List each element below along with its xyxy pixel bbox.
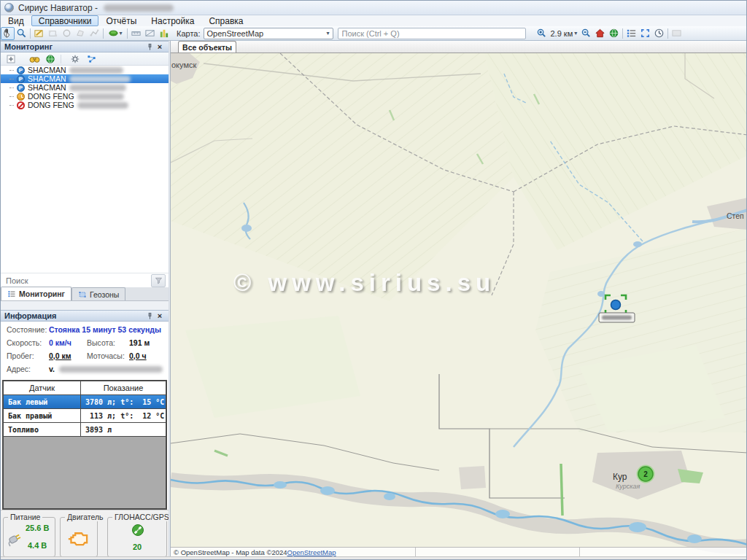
toolbar-separator: [622, 28, 623, 39]
tree-connector: [9, 88, 14, 88]
sensor-row[interactable]: Топливо 3893 л: [4, 423, 166, 437]
menu-settings[interactable]: Настройка: [144, 15, 201, 26]
vehicle-row[interactable]: P SHACMAN: [1, 66, 169, 74]
tree-search-row: [1, 273, 169, 287]
zoom-out-button[interactable]: [579, 27, 593, 40]
objects-button[interactable]: [157, 27, 171, 40]
speed-label: Скорость:: [7, 338, 42, 347]
tab-monitoring-label: Мониторинг: [19, 289, 65, 298]
globe-icon: [608, 28, 619, 39]
whole-map-button[interactable]: [607, 27, 621, 40]
state-value: Стоянка 15 минут 53 секунды: [49, 325, 161, 334]
scale-value: 2.9 км: [551, 29, 573, 38]
layers-dropdown-button[interactable]: ▾: [105, 27, 125, 40]
map-attribution: © OpenStreetMap - Map data ©2024 OpenStr…: [171, 547, 747, 556]
info-panel-title: Информация: [4, 311, 56, 320]
zoom-tool-button[interactable]: [15, 27, 28, 40]
monitoring-panel-header: Мониторинг ×: [1, 41, 169, 52]
vehicle-row[interactable]: DONG FENG: [1, 101, 169, 109]
map-tab-all-objects[interactable]: Все объекты: [178, 41, 236, 52]
home-view-button[interactable]: [593, 27, 607, 40]
expand-all-button[interactable]: [5, 53, 17, 64]
attribution-link[interactable]: OpenStreetMap: [287, 548, 336, 556]
list-icon: [7, 289, 16, 298]
fit-objects-button[interactable]: [638, 27, 652, 40]
tab-monitoring[interactable]: Мониторинг: [1, 287, 71, 300]
tree-search-input[interactable]: [1, 274, 151, 287]
measure-area-button[interactable]: [143, 27, 157, 40]
tracks-button[interactable]: [85, 53, 97, 64]
tree-connector: [9, 79, 14, 79]
minimap-button[interactable]: [670, 27, 684, 40]
map-provider-select[interactable]: OpenStreetMap ▾: [204, 28, 333, 39]
cluster-marker[interactable]: 2: [637, 465, 655, 483]
geozone-icon: [78, 290, 87, 299]
vehicle-row[interactable]: P SHACMAN: [1, 83, 169, 92]
menu-reports[interactable]: Отчёты: [98, 15, 144, 26]
polyline-tool-button[interactable]: [88, 27, 101, 40]
edit-map-button[interactable]: [32, 27, 46, 40]
measure-distance-button[interactable]: [129, 27, 143, 40]
menu-view[interactable]: Вид: [1, 15, 31, 26]
layers-icon: [108, 28, 119, 39]
legend-button[interactable]: [624, 27, 638, 40]
vehicle-row[interactable]: DONG FENG: [1, 92, 169, 101]
menu-directories[interactable]: Справочники: [31, 15, 99, 26]
map-viewport[interactable]: окумск Степ Кур Курская © www.sirius.su …: [171, 53, 747, 556]
find-object-button[interactable]: [28, 53, 40, 64]
mileage-label: Пробег:: [7, 351, 34, 360]
status-parking-icon: P: [17, 66, 25, 74]
status-parking-icon: P: [17, 84, 25, 92]
pan-tool-button[interactable]: [1, 27, 15, 40]
global-search-input[interactable]: [338, 28, 526, 39]
scale-select[interactable]: 2.9 км ▾: [549, 27, 580, 40]
close-panel-button[interactable]: ×: [155, 42, 165, 52]
redacted-plate: [77, 93, 124, 100]
state-label: Состояние:: [7, 325, 47, 334]
status-nodata-icon: [17, 93, 25, 101]
sensor-value: 3893 л: [81, 423, 166, 436]
window-bottom-edge: [1, 556, 747, 560]
history-button[interactable]: [652, 27, 666, 40]
mileage-value[interactable]: 0,0 км: [49, 351, 71, 360]
hours-value[interactable]: 0,0 ч: [129, 351, 147, 360]
pin-panel-button[interactable]: [144, 311, 155, 321]
close-panel-button[interactable]: ×: [155, 311, 165, 321]
tab-geozones[interactable]: Геозоны: [71, 287, 125, 300]
list-icon: [626, 28, 637, 39]
pin-panel-button[interactable]: [144, 42, 155, 52]
engine-title: Двигатель: [65, 513, 106, 521]
toolbar-separator: [127, 28, 128, 39]
sidebar: Мониторинг ×: [1, 41, 169, 560]
zoom-in-button[interactable]: [535, 27, 549, 40]
vehicle-row-selected[interactable]: P SHACMAN: [1, 74, 169, 83]
circle-tool-icon: [61, 28, 72, 39]
building-icon: [158, 28, 169, 39]
tree-settings-button[interactable]: [69, 53, 81, 64]
select-circle-button[interactable]: [60, 27, 74, 40]
show-all-on-map-button[interactable]: [44, 53, 56, 64]
close-icon: ×: [158, 312, 162, 320]
status-parking-icon: P: [17, 75, 25, 83]
sensor-name: Бак левый: [4, 395, 81, 408]
dropdown-arrow-icon: ▾: [326, 30, 329, 36]
sensor-row[interactable]: Бак правый 113 л; t°: 12 °C: [4, 409, 166, 423]
zoom-out-icon: [581, 28, 592, 39]
polygon-tool-button[interactable]: [74, 27, 88, 40]
gps-title: ГЛОНАСС/GPS: [112, 513, 171, 521]
globe-green-icon: [45, 54, 55, 64]
toolbar-separator: [667, 28, 668, 39]
altitude-label: Высота:: [87, 338, 115, 347]
redacted-address: [59, 366, 163, 373]
value-col-header: Показание: [81, 381, 166, 394]
menu-help[interactable]: Справка: [201, 15, 250, 26]
sensor-value: 3780 л; t°: 15 °C: [81, 395, 166, 408]
select-rect-button[interactable]: [46, 27, 60, 40]
hours-label: Моточасы:: [87, 351, 125, 360]
status-area: Питание 25.6 В 4.4 В Двигатель ГЛОНАСС/G…: [1, 510, 169, 560]
sensor-row-selected[interactable]: Бак левый 3780 л; t°: 15 °C: [4, 395, 166, 409]
window-title: Сириус Навигатор -: [18, 3, 98, 13]
menubar: Вид Справочники Отчёты Настройка Справка: [1, 15, 747, 26]
sensors-table: Датчик Показание Бак левый 3780 л; t°: 1…: [2, 380, 167, 510]
filter-button[interactable]: [151, 274, 166, 287]
